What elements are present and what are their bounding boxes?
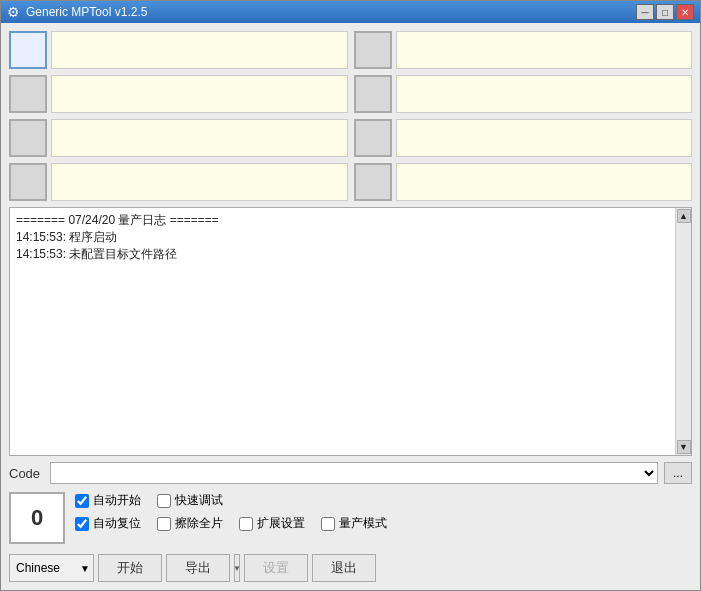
title-bar-left: ⚙ Generic MPTool v1.2.5 — [7, 4, 147, 20]
auto-start-label: 自动开始 — [93, 492, 141, 509]
expand-settings-label: 扩展设置 — [257, 515, 305, 532]
log-area: ======= 07/24/20 量产日志 ======= 14:15:53: … — [9, 207, 692, 456]
mass-production-label: 量产模式 — [339, 515, 387, 532]
device-button-7[interactable] — [354, 119, 392, 157]
device-row-2 — [9, 75, 348, 113]
title-bar-controls: ─ □ ✕ — [636, 4, 694, 20]
code-select-wrapper — [50, 462, 658, 484]
main-content: ======= 07/24/20 量产日志 ======= 14:15:53: … — [1, 23, 700, 590]
count-box: 0 — [9, 492, 65, 544]
app-title: Generic MPTool v1.2.5 — [26, 5, 147, 19]
auto-start-checkbox[interactable]: 自动开始 — [75, 492, 141, 509]
settings-button[interactable]: 设置 — [244, 554, 308, 582]
device-field-2 — [51, 75, 348, 113]
device-button-2[interactable] — [9, 75, 47, 113]
device-row-7 — [354, 119, 693, 157]
start-button[interactable]: 开始 — [98, 554, 162, 582]
app-icon: ⚙ — [7, 4, 20, 20]
device-field-8 — [396, 163, 693, 201]
bottom-section: 0 自动开始 快速调试 自动复位 — [9, 492, 692, 544]
device-button-5[interactable] — [354, 31, 392, 69]
device-button-6[interactable] — [354, 75, 392, 113]
mass-production-input[interactable] — [321, 517, 335, 531]
device-button-8[interactable] — [354, 163, 392, 201]
auto-reset-input[interactable] — [75, 517, 89, 531]
title-bar: ⚙ Generic MPTool v1.2.5 ─ □ ✕ — [1, 1, 700, 23]
device-field-5 — [396, 31, 693, 69]
auto-reset-checkbox[interactable]: 自动复位 — [75, 515, 141, 532]
device-field-6 — [396, 75, 693, 113]
device-field-3 — [51, 119, 348, 157]
export-separator[interactable]: ▼ — [234, 554, 240, 582]
device-row-8 — [354, 163, 693, 201]
device-grid — [9, 31, 692, 201]
device-button-1[interactable] — [9, 31, 47, 69]
code-select[interactable] — [50, 462, 658, 484]
checkbox-row-2: 自动复位 擦除全片 扩展设置 量产模式 — [75, 515, 387, 532]
fast-debug-input[interactable] — [157, 494, 171, 508]
device-row-6 — [354, 75, 693, 113]
scrollbar-up-arrow[interactable]: ▲ — [677, 209, 691, 223]
action-buttons: Chinese English ▼ 开始 导出 ▼ 设置 退出 — [9, 554, 692, 582]
expand-settings-input[interactable] — [239, 517, 253, 531]
code-browse-button[interactable]: ... — [664, 462, 692, 484]
log-text: ======= 07/24/20 量产日志 ======= 14:15:53: … — [16, 212, 685, 263]
device-row-1 — [9, 31, 348, 69]
main-window: ⚙ Generic MPTool v1.2.5 ─ □ ✕ — [0, 0, 701, 591]
auto-start-input[interactable] — [75, 494, 89, 508]
language-select-wrapper: Chinese English ▼ — [9, 554, 94, 582]
fast-debug-label: 快速调试 — [175, 492, 223, 509]
auto-reset-label: 自动复位 — [93, 515, 141, 532]
maximize-button[interactable]: □ — [656, 4, 674, 20]
close-button[interactable]: ✕ — [676, 4, 694, 20]
expand-settings-checkbox[interactable]: 扩展设置 — [239, 515, 305, 532]
minimize-button[interactable]: ─ — [636, 4, 654, 20]
checkboxes-section: 自动开始 快速调试 自动复位 擦除全片 — [75, 492, 387, 532]
language-select[interactable]: Chinese English — [9, 554, 94, 582]
fast-debug-checkbox[interactable]: 快速调试 — [157, 492, 223, 509]
device-field-7 — [396, 119, 693, 157]
erase-all-label: 擦除全片 — [175, 515, 223, 532]
export-button[interactable]: 导出 — [166, 554, 230, 582]
scrollbar-down-arrow[interactable]: ▼ — [677, 440, 691, 454]
device-field-4 — [51, 163, 348, 201]
erase-all-input[interactable] — [157, 517, 171, 531]
device-button-4[interactable] — [9, 163, 47, 201]
code-label: Code — [9, 466, 44, 481]
device-button-3[interactable] — [9, 119, 47, 157]
device-row-4 — [9, 163, 348, 201]
device-row-5 — [354, 31, 693, 69]
exit-button[interactable]: 退出 — [312, 554, 376, 582]
code-row: Code ... — [9, 462, 692, 484]
erase-all-checkbox[interactable]: 擦除全片 — [157, 515, 223, 532]
checkbox-row-1: 自动开始 快速调试 — [75, 492, 387, 509]
mass-production-checkbox[interactable]: 量产模式 — [321, 515, 387, 532]
device-row-3 — [9, 119, 348, 157]
device-field-1 — [51, 31, 348, 69]
